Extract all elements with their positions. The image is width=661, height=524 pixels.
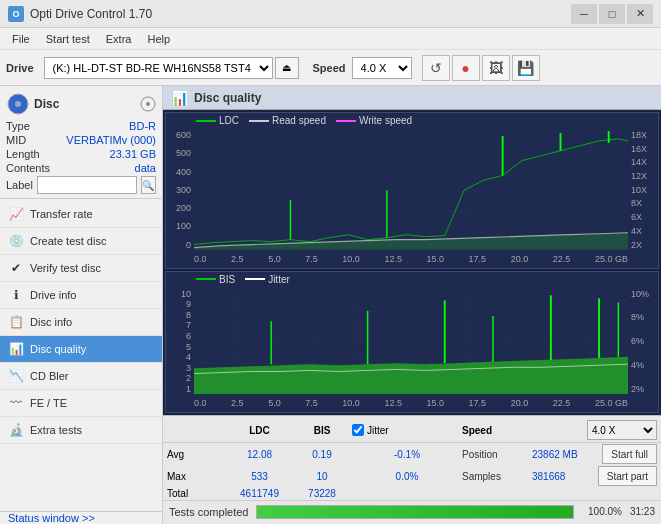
fe-te-label: FE / TE (30, 397, 67, 409)
bis-chart: BIS Jitter 10 9 8 7 6 5 4 (165, 271, 659, 413)
eject-button[interactable]: ⏏ (275, 57, 299, 79)
close-button[interactable]: ✕ (627, 4, 653, 24)
y1-label-600: 600 (176, 131, 191, 140)
y2r-label-10pct: 10% (631, 290, 649, 299)
sidebar: Disc Type BD-R MID VERBATIMv (000) Lengt… (0, 86, 163, 524)
content-header-icon: 📊 (171, 90, 188, 106)
total-bis: 73228 (292, 488, 352, 499)
disc-label-row: Label 🔍 (6, 176, 156, 194)
y2-label-6: 6 (186, 332, 191, 341)
speed-select[interactable]: 4.0 X (352, 57, 412, 79)
y2r-label-8pct: 8% (631, 313, 644, 322)
max-samples-val: 381668 (532, 471, 598, 482)
y1-label-0: 0 (186, 241, 191, 250)
y2-label-10: 10 (181, 290, 191, 299)
x1-label-2.5: 2.5 (231, 254, 244, 264)
chart2-x-axis: 0.0 2.5 5.0 7.5 10.0 12.5 15.0 17.5 20.0… (194, 394, 628, 412)
sidebar-item-transfer-rate[interactable]: 📈 Transfer rate (0, 201, 162, 228)
progress-bar-fill (257, 506, 572, 518)
bis-legend-color (196, 278, 216, 280)
x1-label-15: 15.0 (427, 254, 445, 264)
disc-small-icon (140, 96, 156, 112)
total-stats-row: Total 4611749 73228 (163, 487, 661, 500)
x2-label-25: 25.0 GB (595, 398, 628, 408)
start-part-button[interactable]: Start part (598, 466, 657, 486)
disc-length-row: Length 23.31 GB (6, 148, 156, 160)
menu-start-test[interactable]: Start test (38, 31, 98, 47)
menubar: File Start test Extra Help (0, 28, 661, 50)
sidebar-item-disc-info[interactable]: 📋 Disc info (0, 309, 162, 336)
y2-label-3: 3 (186, 364, 191, 373)
write-speed-legend-color (336, 120, 356, 122)
menu-help[interactable]: Help (139, 31, 178, 47)
y1-label-200: 200 (176, 204, 191, 213)
settings-button[interactable]: 🖼 (482, 55, 510, 81)
minimize-button[interactable]: ─ (571, 4, 597, 24)
drive-selector-group: (K:) HL-DT-ST BD-RE WH16NS58 TST4 ⏏ (44, 57, 299, 79)
x2-label-10: 10.0 (342, 398, 360, 408)
charts-area: LDC Read speed Write speed 600 500 (163, 110, 661, 415)
mid-value: VERBATIMv (000) (66, 134, 156, 146)
y2-label-1: 1 (186, 385, 191, 394)
jitter-legend-item: Jitter (245, 274, 290, 285)
menu-extra[interactable]: Extra (98, 31, 140, 47)
jitter-legend-color (245, 278, 265, 280)
status-window-button[interactable]: Status window >> (0, 508, 103, 524)
avg-jitter: -0.1% (352, 449, 462, 460)
speed-select-group: 4.0 X (532, 420, 657, 440)
test-speed-select[interactable]: 4.0 X (587, 420, 657, 440)
save-button[interactable]: 💾 (512, 55, 540, 81)
ldc-legend-item: LDC (196, 115, 239, 126)
transfer-rate-label: Transfer rate (30, 208, 93, 220)
fe-te-icon: 〰 (8, 395, 24, 411)
sidebar-item-extra-tests[interactable]: 🔬 Extra tests (0, 417, 162, 444)
sidebar-item-create-test-disc[interactable]: 💿 Create test disc (0, 228, 162, 255)
avg-position-label: Position (462, 449, 532, 460)
type-value: BD-R (129, 120, 156, 132)
chart2-legend: BIS Jitter (196, 274, 290, 285)
label-input[interactable] (37, 176, 137, 194)
sidebar-item-verify-test-disc[interactable]: ✔ Verify test disc (0, 255, 162, 282)
sidebar-item-cd-bler[interactable]: 📉 CD Bler (0, 363, 162, 390)
ldc-legend-color (196, 120, 216, 122)
label-browse-button[interactable]: 🔍 (141, 176, 156, 194)
x1-label-5: 5.0 (268, 254, 281, 264)
chart1-y-axis-right: 18X 16X 14X 12X 10X 8X 6X 4X 2X (628, 131, 658, 250)
total-ldc: 4611749 (227, 488, 292, 499)
y1r-label-8x: 8X (631, 199, 642, 208)
disc-panel-header: Disc (0, 90, 162, 120)
y2r-label-6pct: 6% (631, 337, 644, 346)
chart2-svg (194, 290, 628, 394)
start-full-button[interactable]: Start full (602, 444, 657, 464)
contents-label: Contents (6, 162, 50, 174)
avg-bis: 0.19 (292, 449, 352, 460)
maximize-button[interactable]: □ (599, 4, 625, 24)
chart2-y-axis-left: 10 9 8 7 6 5 4 3 2 1 (166, 290, 194, 394)
type-label: Type (6, 120, 30, 132)
record-button[interactable]: ● (452, 55, 480, 81)
max-stats-row: Max 533 10 0.0% Samples 381668 Start par… (163, 465, 661, 487)
menu-file[interactable]: File (4, 31, 38, 47)
write-speed-legend-item: Write speed (336, 115, 412, 126)
sidebar-item-fe-te[interactable]: 〰 FE / TE (0, 390, 162, 417)
read-speed-legend-label: Read speed (272, 115, 326, 126)
y2-label-5: 5 (186, 343, 191, 352)
sidebar-item-drive-info[interactable]: ℹ Drive info (0, 282, 162, 309)
progress-time: 31:23 (630, 506, 655, 517)
x2-label-20: 20.0 (511, 398, 529, 408)
disc-icon (6, 92, 30, 116)
sidebar-item-disc-quality[interactable]: 📊 Disc quality (0, 336, 162, 363)
chart1-svg (194, 131, 628, 250)
speed-label: Speed (313, 62, 346, 74)
jitter-checkbox[interactable] (352, 424, 364, 436)
drive-select[interactable]: (K:) HL-DT-ST BD-RE WH16NS58 TST4 (44, 57, 273, 79)
disc-quality-icon: 📊 (8, 341, 24, 357)
stats-header-row: LDC BIS Jitter Speed 4.0 X (163, 418, 661, 443)
jitter-header-group: Jitter (352, 424, 462, 436)
disc-contents-row: Contents data (6, 162, 156, 174)
avg-position-val: 23862 MB (532, 449, 602, 460)
refresh-button[interactable]: ↺ (422, 55, 450, 81)
y2-label-4: 4 (186, 353, 191, 362)
write-speed-legend-label: Write speed (359, 115, 412, 126)
disc-quality-label: Disc quality (30, 343, 86, 355)
